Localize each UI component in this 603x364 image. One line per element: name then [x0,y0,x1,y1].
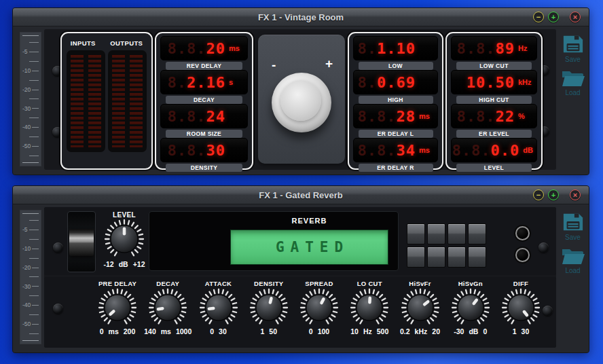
save-icon[interactable] [562,211,585,233]
lcd-high: 8.0.69HIGH [353,70,438,104]
program-button-2[interactable] [427,223,445,244]
master-knob[interactable] [272,73,331,132]
outputs-meter [108,50,147,152]
maximize-button[interactable]: + [548,12,559,22]
load-label: Load [565,89,580,96]
scale-label-tick: -10 [22,246,39,252]
scale-label-tick: -50 [22,321,39,327]
lcd-room-size: 8.8.24ROOM SIZE [160,104,248,138]
range-unit: kHz [415,327,428,335]
range-min: 0 [309,327,313,335]
lcd-unit: ms [225,44,244,52]
close-button[interactable]: × [570,12,581,22]
lcd-screen-room-size[interactable]: 8.8.24 [160,104,248,128]
scale-label: -40 [22,124,31,130]
lcd-label: LEVEL [456,164,532,172]
round-button-1[interactable] [515,226,530,240]
lcd-unit: s [225,78,244,86]
reverb-type-display[interactable]: GATED [230,230,388,265]
lcd-unit: Hz [515,44,533,52]
lcd-value: 20 [206,40,226,57]
lcd-label: LOW CUT [456,62,532,70]
knob-unit-hisvfr: HiSvFr0.2kHz20 [399,280,442,335]
meter-bar [88,55,101,147]
db-scale: -5-10-20-30-40-50 [20,32,41,166]
rack-panel: LEVEL -12 dB +12 REVERB GATED [44,207,556,348]
io-meters-group: INPUTS OUTPUTS [60,32,153,170]
lcd-ghost: 8.8. [452,142,491,159]
reverb-display-title: REVERB [230,217,388,225]
program-button-grid [407,223,486,268]
knob-density[interactable] [249,288,289,327]
knob-range: 0ms200 [100,327,136,335]
lcd-screen-level[interactable]: 8.8.0.0dB [451,138,537,162]
lcd-ghost: 8.8. [168,108,206,125]
knob-label: DECAY [156,280,179,287]
scale-tick [29,117,39,118]
load-icon[interactable] [561,246,585,266]
fader-cap[interactable] [69,229,94,256]
program-button-6[interactable] [427,247,445,268]
knob-unit-lo-cut: LO CUT10Hz500 [348,280,391,335]
program-button-5[interactable] [407,247,425,268]
lcd-screen-low-cut[interactable]: 8.8.89Hz [451,36,537,60]
lcd-unit: kHz [515,78,533,86]
scale-label-tick: -50 [22,143,39,149]
scale-label: -10 [22,246,31,252]
top-panel: LEVEL -12 dB +12 REVERB GATED [44,207,556,275]
preset-io: Save Load [557,204,589,352]
knob-lo-cut[interactable] [350,288,389,327]
knob-unit-spread: SPREAD0100 [297,280,341,335]
titlebar-gated-reverb[interactable]: FX 1 - Gated Reverb − + × [13,186,589,204]
maximize-button[interactable]: + [548,189,559,200]
round-button-2[interactable] [515,248,530,262]
lcd-screen-er-delay-l[interactable]: 8.8.28ms [353,104,438,128]
titlebar-vintage-room[interactable]: FX 1 - Vintage Room − + × [13,8,589,26]
lcd-screen-er-delay-r[interactable]: 8.8.34ms [353,138,438,162]
program-button-8[interactable] [468,247,486,268]
program-button-3[interactable] [447,223,466,244]
lcd-screen-er-level[interactable]: 8.8.22% [451,104,537,128]
knob-range: 140ms1000 [144,327,191,335]
screw [53,242,63,253]
lcd-screen-density[interactable]: 8.8.30 [160,138,248,162]
load-icon[interactable] [561,68,585,88]
lcd-ghost: 8.8. [168,40,206,57]
lcd-screen-decay[interactable]: 8.2.16s [160,70,248,94]
knob-diff[interactable] [501,288,541,327]
range-min: 1 [260,327,264,335]
level-knob[interactable] [104,219,145,259]
lcd-decay: 8.2.16sDECAY [160,70,248,104]
save-icon[interactable] [562,33,585,55]
knob-label: SPREAD [305,280,333,287]
scale-tick [29,80,39,81]
minimize-button[interactable]: − [533,12,544,22]
lcd-label: HIGH [359,96,433,104]
lcd-screen-high-cut[interactable]: 10.50kHz [451,70,537,94]
knob-attack[interactable] [199,288,238,327]
meter-bar [130,55,143,147]
meter-bar [71,55,84,147]
program-button-1[interactable] [407,223,425,244]
knob-hisvfr[interactable] [401,288,440,327]
knob-hisvgn[interactable] [451,288,490,327]
knob-range: -30dB0 [454,327,487,335]
knob-spread[interactable] [299,288,339,327]
lcd-screen-high[interactable]: 8.0.69 [353,70,438,94]
lcd-screen-rev-delay[interactable]: 8.8.20ms [160,36,248,60]
lcd-screen-low[interactable]: 8.1.10 [353,36,438,60]
lcd-low-cut: 8.8.89HzLOW CUT [451,36,537,70]
level-fader[interactable] [67,211,96,272]
inputs-label: INPUTS [71,39,96,47]
program-button-7[interactable] [447,247,466,268]
minimize-button[interactable]: − [533,189,544,200]
lcd-value: 24 [206,108,226,125]
knob-decay[interactable] [148,288,187,327]
window-title: FX 1 - Gated Reverb [13,186,589,204]
range-max: 20 [432,327,440,335]
scale-tick [29,220,39,221]
close-button[interactable]: × [570,189,581,200]
scale-tick [22,162,39,163]
program-button-4[interactable] [468,223,486,244]
knob-pre-delay[interactable] [98,288,137,327]
